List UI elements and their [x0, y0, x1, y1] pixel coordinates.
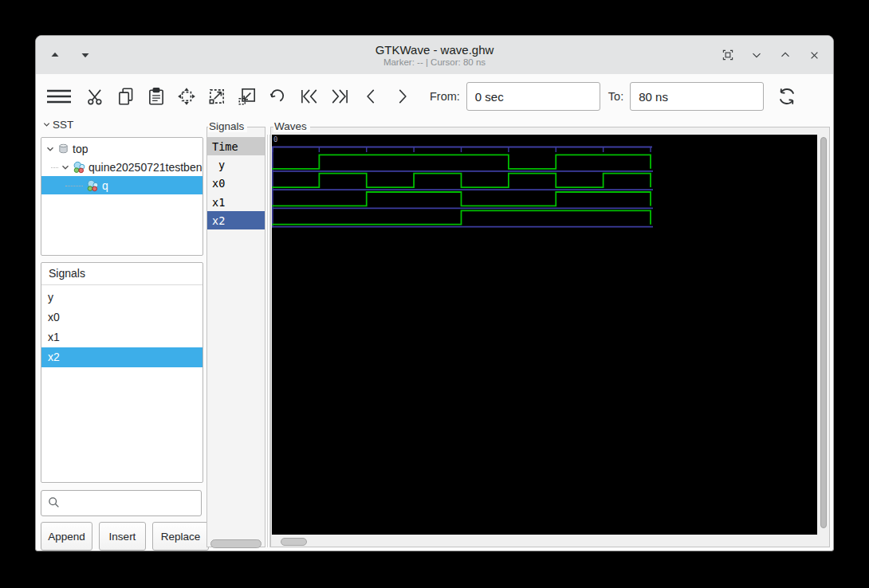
tree-item-label: top [73, 143, 88, 155]
wave-vscrollbar-track[interactable] [820, 135, 828, 534]
minimize-button[interactable] [749, 47, 765, 63]
wave-name-y[interactable]: y [207, 155, 265, 174]
sst-expander[interactable]: SST [42, 119, 73, 131]
chevron-left-icon [361, 86, 382, 107]
pane-splitter[interactable] [267, 135, 268, 547]
insert-button[interactable]: Insert [99, 522, 146, 551]
copy-icon [116, 86, 136, 107]
sst-header-label: SST [53, 119, 73, 131]
titlebar[interactable]: GTKWave - wave.ghw Marker: -- | Cursor: … [36, 36, 833, 75]
menu-button[interactable] [45, 83, 73, 110]
keep-above-button[interactable] [47, 47, 63, 63]
tree-item-quine20250721testbench[interactable]: quine20250721testbench [41, 158, 203, 176]
append-button[interactable]: Append [41, 522, 92, 551]
chevron-down-icon [749, 48, 764, 62]
triangle-up-icon [49, 49, 61, 61]
scope-icon [57, 143, 69, 155]
tree-connector [65, 185, 83, 186]
wave-name-label: x0 [212, 177, 225, 190]
close-icon [808, 49, 821, 62]
waveform-svg: 0 [272, 135, 817, 535]
wave-name-x0[interactable]: x0 [207, 174, 265, 193]
zoom-in-icon [206, 86, 227, 107]
zoom-fit-icon [176, 86, 197, 107]
wave-vscrollbar[interactable] [820, 137, 827, 528]
to-input[interactable] [630, 82, 764, 111]
go-to-start-button[interactable] [297, 83, 320, 110]
skip-to-end-icon [329, 86, 352, 107]
frame-corners-icon [721, 48, 735, 62]
signal-search-panel: Signals yx0x1x2 [41, 262, 203, 483]
paste-icon [146, 86, 167, 107]
tree-item-q[interactable]: q [41, 176, 203, 194]
zoom-in-button[interactable] [206, 83, 227, 110]
copy-button[interactable] [116, 83, 136, 110]
wave-name-hscrollbar[interactable] [210, 539, 261, 548]
tree-item-top[interactable]: top [41, 139, 203, 158]
step-left-button[interactable] [361, 83, 382, 110]
signal-list-item-y[interactable]: y [41, 288, 203, 308]
module-icon [73, 161, 85, 174]
wave-canvas[interactable]: 0 [272, 135, 817, 535]
chevron-down-icon [42, 120, 51, 129]
zoom-undo-button[interactable] [267, 83, 288, 110]
wave-trace-x2 [272, 210, 651, 224]
signal-list-item-x1[interactable]: x1 [41, 327, 203, 347]
zoom-fit-button[interactable] [176, 83, 197, 110]
from-input[interactable] [466, 82, 600, 111]
go-to-end-button[interactable] [329, 83, 352, 110]
undo-icon [267, 86, 288, 107]
search-icon [46, 495, 61, 510]
chevron-right-icon [391, 86, 412, 107]
reload-icon [775, 84, 799, 108]
search-input[interactable] [41, 490, 202, 516]
waves-frame-label: Waves [273, 120, 310, 132]
wave-name-panel: Time yx0x1x2 [206, 127, 265, 547]
module-icon [86, 179, 99, 192]
time-header[interactable]: Time [207, 137, 265, 155]
wave-hscrollbar[interactable] [281, 538, 307, 546]
skip-to-start-icon [297, 86, 320, 107]
wave-name-label: x1 [212, 196, 225, 209]
close-button[interactable] [806, 47, 822, 63]
wave-name-rows: yx0x1x2 [207, 155, 265, 229]
reload-button[interactable] [775, 83, 799, 110]
signal-list-item-x2[interactable]: x2 [41, 347, 203, 367]
wave-name-x1[interactable]: x1 [207, 193, 265, 211]
replace-button[interactable]: Replace [152, 522, 209, 551]
tree-item-label: quine20250721testbench [88, 161, 203, 174]
desktop-background: { "titlebar": { "title": "GTKWave - wave… [0, 0, 869, 588]
signal-list-item-x0[interactable]: x0 [41, 308, 203, 327]
zoom-out-button[interactable] [237, 83, 258, 110]
wave-trace-x0 [272, 174, 651, 187]
from-label: From: [430, 90, 460, 103]
expander-icon[interactable] [45, 144, 56, 154]
time-origin-label: 0 [273, 135, 277, 143]
wave-name-label: y [212, 159, 225, 171]
wave-name-x2[interactable]: x2 [207, 211, 265, 229]
wave-trace-x1 [272, 192, 651, 206]
signals-frame-label: Signals [208, 120, 247, 132]
cut-button[interactable] [85, 83, 106, 110]
wave-trace-y [272, 155, 651, 168]
waves-panel: 0 [270, 127, 830, 547]
step-right-button[interactable] [391, 83, 412, 110]
action-buttons: Append Insert Replace [41, 522, 209, 551]
tree-item-label: q [102, 179, 108, 192]
chevron-up-icon [778, 48, 792, 62]
window-subtitle: Marker: -- | Cursor: 80 ns [383, 57, 486, 68]
tree-connector [51, 167, 58, 168]
zoom-window-button[interactable] [720, 47, 736, 63]
menu-icon [45, 86, 73, 107]
keep-below-button[interactable] [77, 47, 93, 63]
search-panel-title: Signals [41, 263, 203, 285]
maximize-button[interactable] [777, 47, 793, 63]
signal-search-list: yx0x1x2 [41, 285, 203, 367]
wave-hscrollbar-track[interactable] [272, 537, 829, 547]
to-label: To: [608, 90, 623, 103]
expander-icon[interactable] [60, 163, 71, 172]
wave-name-label: x2 [212, 214, 225, 227]
cut-icon [85, 86, 106, 107]
window-title: GTKWave - wave.ghw [376, 43, 494, 57]
paste-button[interactable] [146, 83, 167, 110]
